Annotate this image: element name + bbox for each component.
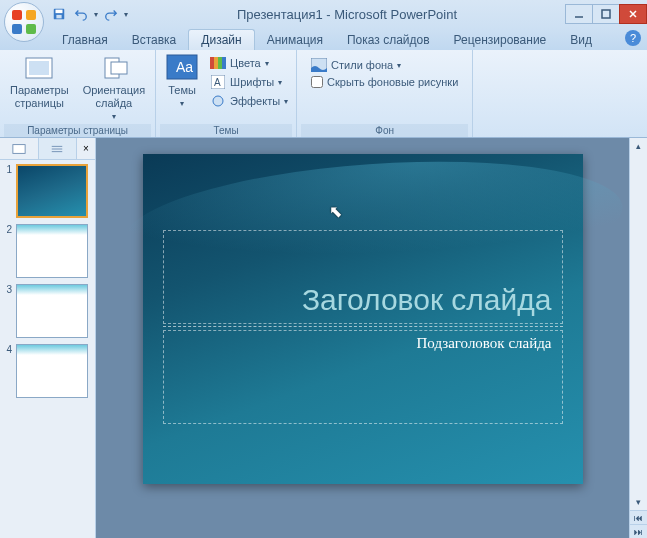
- workspace: × 1234 Заголовок слайда Подзаголовок сла…: [0, 138, 647, 538]
- quick-access-toolbar: ▾ ▾: [50, 5, 128, 23]
- theme-effects-button[interactable]: Эффекты ▾: [206, 92, 292, 110]
- window-title: Презентация1 - Microsoft PowerPoint: [128, 7, 566, 22]
- effects-label: Эффекты: [230, 95, 280, 107]
- ribbon: Параметры страницы Ориентация слайда ▾ П…: [0, 50, 647, 138]
- slide-thumbnails: 1234: [0, 160, 95, 538]
- group-label-background: Фон: [301, 124, 468, 137]
- editor-canvas[interactable]: Заголовок слайда Подзаголовок слайда ⬉: [96, 138, 629, 538]
- slide-thumbnail[interactable]: [16, 224, 88, 278]
- tab-animation[interactable]: Анимация: [255, 30, 335, 50]
- scroll-track[interactable]: [630, 154, 647, 494]
- panel-tabs: ×: [0, 138, 95, 160]
- svg-text:Aa: Aa: [176, 59, 193, 75]
- thumbnail-row: 3: [4, 284, 91, 338]
- tab-slideshow[interactable]: Показ слайдов: [335, 30, 442, 50]
- bg-styles-icon: [311, 57, 327, 73]
- orientation-icon: [98, 54, 130, 82]
- slide-editor: Заголовок слайда Подзаголовок слайда ⬉ ▴…: [96, 138, 647, 538]
- svg-rect-1: [56, 10, 63, 14]
- chevron-down-icon: ▾: [397, 61, 401, 70]
- page-setup-icon: [23, 54, 55, 82]
- undo-icon: [74, 7, 88, 21]
- slide-thumbnail[interactable]: [16, 344, 88, 398]
- group-label-themes: Темы: [160, 124, 292, 137]
- hide-bg-label: Скрыть фоновые рисунки: [327, 76, 458, 88]
- help-button[interactable]: ?: [625, 30, 641, 46]
- effects-icon: [210, 93, 226, 109]
- thumbnail-row: 4: [4, 344, 91, 398]
- panel-tab-slides[interactable]: [0, 138, 39, 159]
- subtitle-text: Подзаголовок слайда: [417, 335, 552, 352]
- svg-rect-11: [210, 57, 214, 69]
- tab-home[interactable]: Главная: [50, 30, 120, 50]
- close-button[interactable]: [619, 4, 647, 24]
- themes-gallery-button[interactable]: Aa Темы ▾: [160, 52, 204, 111]
- svg-rect-19: [13, 144, 25, 153]
- office-button[interactable]: [4, 2, 44, 42]
- thumbnail-number: 4: [4, 344, 12, 398]
- svg-text:A: A: [214, 77, 221, 88]
- slide-orientation-button[interactable]: Ориентация слайда ▾: [77, 52, 151, 124]
- save-icon: [52, 7, 66, 21]
- bg-styles-label: Стили фона: [331, 59, 393, 71]
- slide-thumbnail[interactable]: [16, 284, 88, 338]
- current-slide[interactable]: Заголовок слайда Подзаголовок слайда ⬉: [143, 154, 583, 484]
- svg-rect-12: [214, 57, 218, 69]
- title-placeholder[interactable]: Заголовок слайда: [163, 230, 563, 324]
- chevron-down-icon: ▾: [265, 59, 269, 68]
- fonts-icon: A: [210, 74, 226, 90]
- slide-thumbnail[interactable]: [16, 164, 88, 218]
- background-styles-button[interactable]: Стили фона ▾: [307, 56, 462, 74]
- svg-rect-8: [111, 62, 127, 74]
- hide-bg-input[interactable]: [311, 76, 323, 88]
- panel-tab-outline[interactable]: [39, 138, 78, 159]
- svg-rect-4: [602, 10, 610, 18]
- save-button[interactable]: [50, 5, 68, 23]
- subtitle-placeholder[interactable]: Подзаголовок слайда: [163, 330, 563, 424]
- tab-insert[interactable]: Вставка: [120, 30, 189, 50]
- orientation-label: Ориентация слайда: [83, 84, 145, 110]
- thumbnail-number: 1: [4, 164, 12, 218]
- undo-button[interactable]: [72, 5, 90, 23]
- undo-dropdown-icon[interactable]: ▾: [94, 10, 98, 19]
- scroll-up-button[interactable]: ▴: [630, 138, 647, 154]
- group-page-setup: Параметры страницы Ориентация слайда ▾ П…: [0, 50, 156, 137]
- minimize-button[interactable]: [565, 4, 593, 24]
- ribbon-tabs: Главная Вставка Дизайн Анимация Показ сл…: [0, 28, 647, 50]
- panel-close-button[interactable]: ×: [77, 138, 95, 159]
- hide-bg-graphics-checkbox[interactable]: Скрыть фоновые рисунки: [307, 75, 462, 89]
- group-themes: Aa Темы ▾ Цвета ▾ A Шрифты ▾ Эффек: [156, 50, 297, 137]
- cursor-icon: ⬉: [329, 202, 342, 221]
- group-label-page-setup: Параметры страницы: [4, 124, 151, 137]
- next-slide-button[interactable]: ⏭: [630, 524, 647, 538]
- themes-label: Темы: [168, 84, 196, 97]
- thumbnail-number: 2: [4, 224, 12, 278]
- tab-view[interactable]: Вид: [558, 30, 604, 50]
- slides-tab-icon: [12, 143, 26, 155]
- scroll-down-button[interactable]: ▾: [630, 494, 647, 510]
- svg-rect-6: [29, 61, 49, 75]
- chevron-down-icon: ▾: [278, 78, 282, 87]
- theme-fonts-button[interactable]: A Шрифты ▾: [206, 73, 292, 91]
- svg-point-17: [213, 96, 223, 106]
- window-controls: [566, 4, 647, 24]
- group-background: Стили фона ▾ Скрыть фоновые рисунки Фон: [297, 50, 473, 137]
- svg-rect-14: [222, 57, 226, 69]
- slide-panel: × 1234: [0, 138, 96, 538]
- tab-design[interactable]: Дизайн: [188, 29, 254, 50]
- redo-button[interactable]: [102, 5, 120, 23]
- svg-rect-13: [218, 57, 222, 69]
- colors-label: Цвета: [230, 57, 261, 69]
- colors-icon: [210, 55, 226, 71]
- office-logo-icon: [12, 10, 36, 34]
- theme-colors-button[interactable]: Цвета ▾: [206, 54, 292, 72]
- vertical-scrollbar[interactable]: ▴ ▾ ⏮ ⏭: [629, 138, 647, 538]
- themes-icon: Aa: [166, 54, 198, 82]
- fonts-label: Шрифты: [230, 76, 274, 88]
- chevron-down-icon: ▾: [180, 99, 184, 109]
- tab-review[interactable]: Рецензирование: [442, 30, 559, 50]
- prev-slide-button[interactable]: ⏮: [630, 510, 647, 524]
- thumbnail-number: 3: [4, 284, 12, 338]
- page-setup-button[interactable]: Параметры страницы: [4, 52, 75, 112]
- maximize-button[interactable]: [592, 4, 620, 24]
